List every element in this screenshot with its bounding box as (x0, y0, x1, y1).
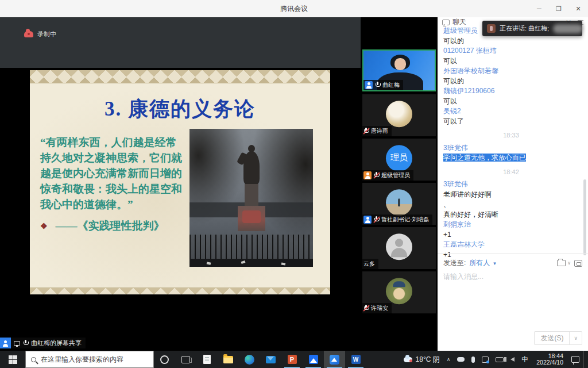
mail-icon (266, 356, 276, 363)
volume-tray-button[interactable] (508, 351, 517, 368)
hidden-icons-chevron[interactable]: ∧ (444, 351, 454, 368)
member-icon (365, 81, 373, 89)
system-tray: 18°C 阴 ∧ 中 18:44 2022/4/10 (401, 351, 588, 368)
avatar (386, 278, 412, 304)
recording-indicator[interactable]: 录制中 (24, 30, 56, 39)
window-title: 腾讯会议 (280, 4, 308, 14)
citation-text: ——《实践理性批判》 (56, 218, 165, 233)
avatar (386, 189, 412, 216)
file-explorer-button[interactable] (218, 351, 239, 368)
mic-on-icon (375, 82, 380, 89)
chat-messages: 超级管理员 可以的 01200127 张桓玮 可以 外国语学校胡若馨 可以的 魏… (438, 26, 585, 260)
chat-message-selected: 学问之道无他，求放心而已 (443, 153, 579, 163)
screen-share-banner: 曲红梅的屏幕共享 (0, 338, 86, 348)
meeting-tray-icon (482, 356, 489, 363)
task-view-icon (181, 356, 190, 363)
chat-sender: 3班党伟 (443, 143, 579, 154)
diamond-bullet-icon: ❖ (40, 221, 48, 231)
task-view-button[interactable] (175, 351, 196, 368)
meeting-tray-button[interactable] (479, 351, 492, 368)
shared-desktop-strip: 录制中 (0, 17, 361, 68)
onedrive-tray-button[interactable] (454, 351, 467, 368)
restore-button[interactable]: ❐ (549, 0, 568, 17)
photos-icon (309, 355, 318, 364)
sharer-person-icon (0, 338, 11, 348)
blurred-names (553, 24, 583, 33)
app-window: 腾讯会议 ─ ❐ ✕ 录制中 3. 康德的义务论 “有两样东西，人们越是经常 持… (0, 0, 588, 368)
fence (189, 235, 313, 259)
video-tile-admin[interactable]: 理员 超级管理员 (362, 139, 436, 181)
close-button[interactable]: ✕ (568, 0, 588, 17)
chat-input[interactable] (443, 273, 580, 281)
chat-timestamp: 18:42 (443, 167, 579, 178)
participant-name: 超级管理员 (381, 171, 410, 179)
chat-message: 可以 (443, 56, 579, 67)
cortana-button[interactable] (154, 351, 175, 368)
mail-button[interactable] (260, 351, 281, 368)
send-to-label: 发送至: (443, 258, 466, 268)
send-button[interactable]: 发送(S) (535, 334, 569, 343)
start-button[interactable] (0, 351, 25, 368)
chat-scrollbar[interactable] (583, 179, 586, 255)
mic-icon (23, 340, 28, 347)
ime-indicator[interactable]: 中 (519, 351, 531, 368)
chat-message: 可以的 (443, 76, 579, 87)
chat-sender: 王磊吉林大学 (443, 240, 579, 250)
tencent-meeting-button[interactable] (324, 351, 345, 368)
share-banner-label: 曲红梅的屏幕共享 (31, 339, 82, 347)
video-tile-xuruian[interactable]: 许瑞安 (362, 271, 436, 313)
participant-name: 曲红梅 (382, 81, 400, 89)
slide-border-pattern-bottom (30, 288, 330, 294)
statue-graffiti (242, 210, 261, 223)
video-tile-yunduo[interactable]: 云多 (362, 227, 436, 269)
statue-body (243, 151, 260, 185)
search-icon (31, 357, 36, 362)
avatar (386, 233, 412, 260)
send-to-dropdown[interactable]: 所有人 (469, 258, 490, 268)
photos-button[interactable] (303, 351, 324, 368)
chevron-down-icon[interactable]: ▾ (493, 260, 496, 266)
chat-message: 可以的 (443, 36, 579, 47)
action-center-button[interactable] (568, 351, 582, 368)
file-explorer-icon (223, 356, 233, 363)
mic-muted-icon (374, 172, 379, 179)
slide-border-pattern-top (30, 70, 330, 83)
mic-muted-icon (363, 128, 369, 135)
participant-name: 许瑞安 (371, 304, 388, 312)
tape-icon (496, 357, 504, 362)
chat-sender: 刺猬京治 (443, 220, 579, 230)
notepad-button[interactable] (196, 351, 218, 368)
word-button[interactable]: W (345, 351, 366, 368)
chat-message: 、 (443, 200, 579, 210)
video-tile-quhongmei[interactable]: 曲红梅 (362, 49, 436, 91)
send-button-group: 发送(S) ∨ (534, 331, 582, 345)
chevron-down-icon[interactable]: ∨ (567, 260, 571, 266)
edge-button[interactable] (239, 351, 260, 368)
chat-message: 可以 (443, 97, 579, 107)
avatar: 理员 (386, 145, 412, 171)
microphone-tray-button[interactable] (469, 351, 478, 368)
quote-line: 惊奇和敬畏：我头上的星空和 (40, 181, 199, 197)
clock[interactable]: 18:44 2022/4/10 (532, 353, 567, 366)
recording-label: 录制中 (37, 30, 56, 39)
member-icon (363, 216, 372, 224)
chat-bubble-icon (442, 20, 450, 25)
show-desktop-button[interactable] (583, 351, 586, 368)
send-file-icon[interactable] (557, 260, 566, 266)
quote-line: 持久地对之凝神思索，它们就 (40, 150, 199, 166)
powerpoint-button[interactable]: P (281, 351, 303, 368)
quote-line: “有两样东西，人们越是经常 (40, 135, 199, 150)
video-tile-liupeilei[interactable]: 哲社副书记-刘培磊 (362, 183, 436, 225)
chat-message: +1 (443, 230, 579, 240)
weather-widget[interactable]: 18°C 阴 (401, 351, 443, 368)
minimize-button[interactable]: ─ (529, 0, 549, 17)
send-options-caret[interactable]: ∨ (569, 332, 582, 344)
window-controls: ─ ❐ ✕ (529, 0, 588, 17)
screenshot-icon[interactable] (574, 260, 582, 267)
chat-sender: 吴锐2 (443, 106, 579, 117)
video-tile-tangshiyu[interactable]: 唐诗雨 (362, 94, 436, 136)
taskbar-search[interactable] (25, 351, 154, 368)
mic-muted-icon (363, 305, 369, 312)
chat-sender: 外国语学校胡若馨 (443, 66, 579, 76)
search-input[interactable] (41, 355, 141, 363)
